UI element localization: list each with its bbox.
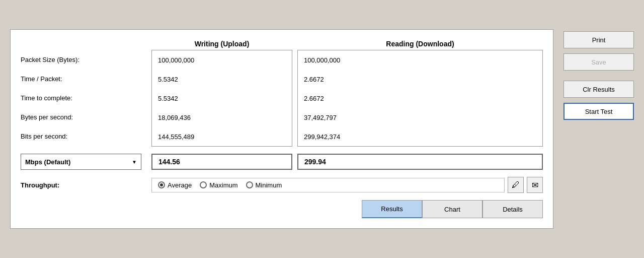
upload-speed-value: 144.56 (151, 154, 292, 170)
throughput-controls: Average Maximum Minimum 🖊 (151, 177, 543, 193)
label-bits-per-sec: Bits per second: (21, 126, 151, 146)
radio-average[interactable]: Average (158, 181, 192, 189)
tab-chart-label: Chart (444, 206, 460, 213)
label-packet-size: Packet Size (Bytes): (21, 50, 151, 69)
data-section: Packet Size (Bytes): Time / Packet: Time… (21, 50, 543, 147)
download-packet-size: 100,000,000 (298, 50, 542, 70)
tab-bar: Results Chart Details (21, 200, 543, 218)
download-speed-value: 299.94 (297, 154, 543, 170)
radio-minimum-label: Minimum (256, 181, 282, 189)
header-label-spacer (21, 40, 151, 48)
tab-chart[interactable]: Chart (422, 200, 482, 218)
email-icon: ✉ (532, 180, 538, 190)
upload-packet-size: 100,000,000 (152, 50, 292, 70)
upload-column: 100,000,000 5.5342 5.5342 18,069,436 144… (151, 50, 292, 147)
speed-unit-wrapper: Mbps (Default) ▼ (21, 154, 151, 170)
radio-average-label: Average (168, 181, 192, 189)
label-time-complete: Time to complete: (21, 88, 151, 107)
radio-group: Average Maximum Minimum (151, 178, 505, 192)
upload-time-complete: 5.5342 (152, 89, 292, 108)
dropdown-arrow-icon: ▼ (132, 159, 137, 165)
download-header: Reading (Download) (297, 40, 543, 48)
radio-maximum[interactable]: Maximum (200, 181, 237, 189)
radio-circle-maximum (200, 181, 207, 188)
tab-results[interactable]: Results (362, 200, 422, 218)
radio-circle-minimum (246, 181, 253, 188)
upload-time-packet: 5.5342 (152, 70, 292, 89)
clr-results-button[interactable]: Clr Results (564, 81, 634, 98)
speed-unit-label: Mbps (Default) (25, 158, 70, 166)
main-panel: Writing (Upload) Reading (Download) Pack… (10, 29, 553, 229)
download-bits-per-sec: 299,942,374 (298, 127, 542, 146)
edit-icon-button[interactable]: 🖊 (508, 177, 524, 193)
tab-details[interactable]: Details (482, 200, 543, 218)
download-bytes-per-sec: 37,492,797 (298, 108, 542, 127)
start-test-button[interactable]: Start Test (564, 103, 634, 120)
save-button[interactable]: Save (564, 53, 634, 71)
upload-bits-per-sec: 144,555,489 (152, 127, 292, 146)
header-row: Writing (Upload) Reading (Download) (21, 40, 543, 48)
label-bytes-per-sec: Bytes per second: (21, 107, 151, 126)
label-column: Packet Size (Bytes): Time / Packet: Time… (21, 50, 151, 147)
speed-row: Mbps (Default) ▼ 144.56 299.94 (21, 154, 543, 170)
download-time-packet: 2.6672 (298, 70, 542, 89)
label-time-packet: Time / Packet: (21, 69, 151, 88)
download-column: 100,000,000 2.6672 2.6672 37,492,797 299… (297, 50, 543, 147)
download-time-complete: 2.6672 (298, 89, 542, 108)
upload-bytes-per-sec: 18,069,436 (152, 108, 292, 127)
radio-minimum[interactable]: Minimum (246, 181, 282, 189)
email-icon-button[interactable]: ✉ (527, 177, 543, 193)
radio-circle-average (158, 181, 165, 188)
sidebar: Print Save Clr Results Start Test (564, 29, 634, 120)
throughput-label: Throughput: (21, 181, 151, 189)
radio-maximum-label: Maximum (209, 181, 237, 189)
tab-results-label: Results (381, 205, 403, 213)
throughput-row: Throughput: Average Maximum (21, 177, 543, 193)
print-button[interactable]: Print (564, 31, 634, 48)
tab-details-label: Details (503, 206, 523, 213)
edit-icon: 🖊 (512, 180, 520, 189)
upload-header: Writing (Upload) (151, 40, 292, 48)
speed-unit-dropdown[interactable]: Mbps (Default) ▼ (21, 154, 141, 170)
